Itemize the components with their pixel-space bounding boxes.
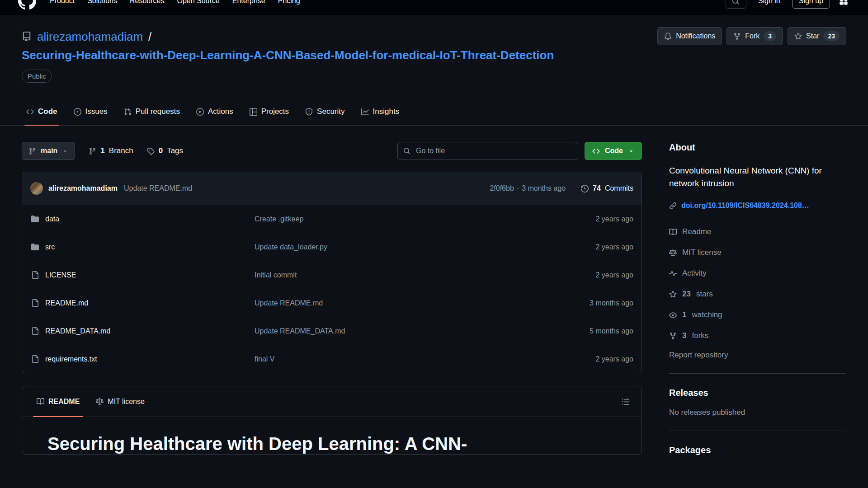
star-label: Star (806, 32, 819, 40)
license-link[interactable]: MIT license (669, 242, 846, 263)
commits-label: Commits (605, 184, 633, 192)
code-dropdown-button[interactable]: Code (585, 142, 642, 160)
tab-actions[interactable]: Actions (192, 101, 238, 125)
tab-label: Insights (373, 107, 400, 116)
fork-icon (669, 332, 677, 340)
stars-link[interactable]: 23 stars (669, 284, 846, 305)
global-search-button[interactable] (726, 0, 746, 9)
nav-item-pricing[interactable]: Pricing (273, 0, 306, 9)
readme-heading: Securing Healthcare with Deep Learning: … (47, 433, 616, 454)
chevron-down-icon (628, 148, 634, 154)
table-row[interactable]: requirements.txt final V 2 years ago (22, 345, 642, 373)
table-row[interactable]: src Update data_loader.py 2 years ago (22, 233, 642, 261)
chevron-down-icon (62, 148, 68, 154)
watching-label: watching (692, 310, 722, 319)
releases-empty-text: No releases published (669, 408, 846, 417)
packages-title: Packages (669, 445, 846, 455)
nav-item-open-source[interactable]: Open Source (171, 0, 225, 9)
file-commit-message[interactable]: Create .gitkeep (255, 215, 557, 223)
report-repository-link[interactable]: Report repository (669, 351, 846, 360)
main-column: main 1 Branch 0 Tags (22, 142, 642, 455)
bell-icon (664, 33, 672, 40)
readme-content: Securing Healthcare with Deep Learning: … (22, 417, 642, 454)
watching-count: 1 (682, 310, 686, 319)
divider (669, 431, 846, 431)
table-row[interactable]: README.md Update README.md 3 months ago (22, 289, 642, 317)
commit-meta: 2f0f6bb · 3 months ago 74 Commits (490, 184, 633, 192)
commit-author-link[interactable]: alirezamohamadiam (48, 184, 118, 192)
tab-issues[interactable]: Issues (69, 101, 112, 125)
branch-selector[interactable]: main (22, 142, 75, 160)
tab-mit-license[interactable]: MIT license (88, 386, 153, 417)
stars-label: stars (696, 290, 713, 299)
doi-row: doi.org/10.1109/ICIS64839.2024.108… (669, 202, 846, 210)
nav-item-product[interactable]: Product (44, 0, 80, 9)
file-link[interactable]: README.md (45, 299, 88, 307)
readme-link[interactable]: Readme (669, 221, 846, 242)
file-link[interactable]: data (45, 215, 59, 223)
file-commit-message[interactable]: Initial commit (255, 271, 557, 279)
stars-count: 23 (682, 290, 691, 299)
file-commit-time: 2 years ago (557, 243, 633, 251)
law-icon (96, 398, 104, 405)
sign-in-link[interactable]: Sign in (754, 0, 785, 8)
git-branch-icon (28, 147, 36, 155)
branches-link[interactable]: 1 Branch (89, 146, 133, 155)
file-commit-time: 2 years ago (557, 215, 633, 223)
code-button-label: Code (605, 147, 623, 155)
commit-history-link[interactable]: 74 Commits (581, 184, 633, 192)
doi-link[interactable]: doi.org/10.1109/ICIS64839.2024.108… (681, 202, 809, 210)
file-commit-message[interactable]: Update README.md (255, 299, 557, 307)
file-commit-message[interactable]: Update README_DATA.md (255, 327, 557, 335)
file-icon (31, 355, 39, 363)
star-button[interactable]: Star 23 (788, 27, 846, 45)
watching-link[interactable]: 1 watching (669, 305, 846, 325)
divider (669, 373, 846, 374)
about-title: About (669, 142, 846, 153)
repo-icon (22, 32, 32, 42)
commit-sha-link[interactable]: 2f0f6bb (490, 184, 514, 192)
file-icon (31, 327, 39, 335)
repo-name-link[interactable]: Securing-Healthcare-with-Deep-Learning-A… (22, 45, 609, 65)
activity-label: Activity (682, 269, 707, 278)
file-link[interactable]: requirements.txt (45, 355, 97, 363)
tab-code[interactable]: Code (22, 101, 62, 125)
eye-icon (669, 311, 677, 319)
tab-label: Actions (208, 107, 233, 116)
activity-link[interactable]: Activity (669, 263, 846, 284)
tab-security[interactable]: Security (301, 101, 349, 125)
apps-grid-icon[interactable] (837, 0, 850, 7)
avatar[interactable] (30, 182, 43, 195)
outline-button[interactable] (616, 395, 635, 408)
commits-count: 74 (593, 184, 601, 192)
file-link[interactable]: src (45, 243, 55, 251)
file-commit-message[interactable]: Update data_loader.py (255, 243, 557, 251)
repo-header: alirezamohamadiam / Securing-Healthcare-… (0, 15, 868, 83)
fork-button[interactable]: Fork 3 (726, 27, 783, 45)
goto-file-input[interactable] (415, 146, 572, 155)
book-icon (37, 398, 44, 405)
github-logo-icon[interactable] (18, 0, 36, 10)
notifications-button[interactable]: Notifications (657, 27, 722, 45)
nav-item-resources[interactable]: Resources (124, 0, 170, 9)
sign-up-button[interactable]: Sign up (792, 0, 830, 9)
file-link[interactable]: README_DATA.md (45, 327, 110, 335)
goto-file-box (397, 142, 578, 160)
nav-item-enterprise[interactable]: Enterprise (227, 0, 271, 9)
tab-pull-requests[interactable]: Pull requests (119, 101, 184, 125)
table-row[interactable]: README_DATA.md Update README_DATA.md 5 m… (22, 317, 642, 345)
tags-link[interactable]: 0 Tags (147, 146, 183, 155)
table-row[interactable]: LICENSE Initial commit 2 years ago (22, 261, 642, 289)
tab-projects[interactable]: Projects (245, 101, 293, 125)
tab-insights[interactable]: Insights (357, 101, 404, 125)
table-row[interactable]: data Create .gitkeep 2 years ago (22, 205, 642, 233)
file-list: alirezamohamadiam Update README.md 2f0f6… (22, 172, 642, 373)
nav-item-solutions[interactable]: Solutions (82, 0, 123, 9)
forks-link[interactable]: 3 forks (669, 325, 846, 346)
file-link[interactable]: LICENSE (45, 271, 76, 279)
repo-owner-link[interactable]: alirezamohamadiam (37, 29, 143, 44)
commit-message-link[interactable]: Update README.md (124, 184, 192, 192)
tab-readme[interactable]: README (28, 386, 88, 417)
file-commit-message[interactable]: final V (255, 355, 557, 363)
file-commit-time: 3 months ago (557, 299, 633, 307)
